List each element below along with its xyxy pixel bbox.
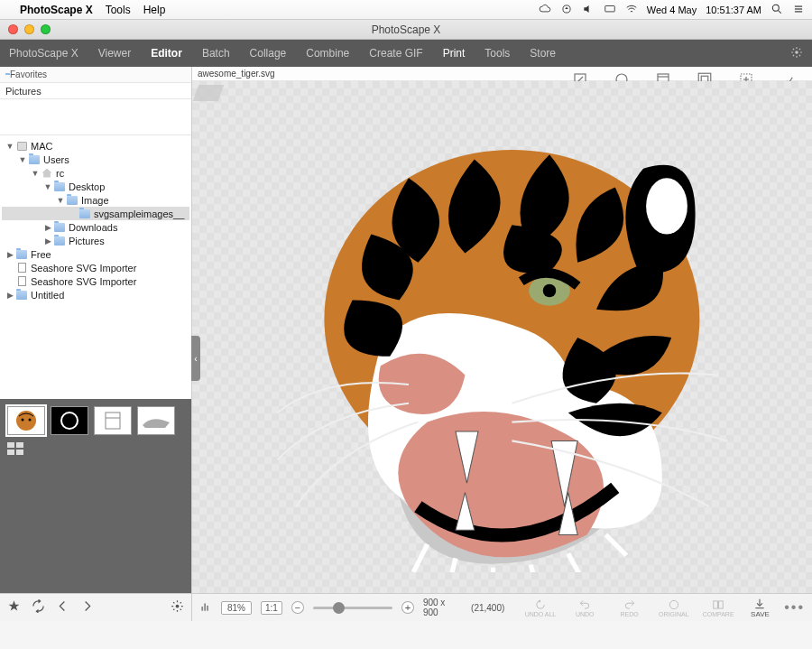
save-button[interactable]: SAVE [745, 598, 775, 618]
tab-print[interactable]: Print [443, 47, 466, 60]
svg-point-9 [22, 419, 24, 422]
tree-item-desktop[interactable]: ▼Desktop [2, 180, 189, 193]
display-icon[interactable] [604, 3, 616, 17]
svg-point-7 [795, 51, 798, 54]
tree-item-free[interactable]: ▶Free [2, 247, 189, 261]
tree-item-mac[interactable]: ▼MAC [2, 139, 189, 153]
svg-rect-32 [204, 604, 206, 611]
back-icon[interactable] [56, 599, 69, 617]
canvas-viewport[interactable] [192, 81, 812, 593]
folder-icon [15, 290, 28, 301]
chevron-down-icon[interactable]: ▼ [43, 182, 52, 191]
svg-rect-31 [201, 607, 203, 611]
extra-info-label: (21,400) [471, 603, 504, 613]
zoom-window-button[interactable] [41, 24, 51, 34]
minimize-window-button[interactable] [24, 24, 34, 34]
chevron-right-icon[interactable]: ▶ [43, 236, 52, 246]
tree-item-pictures[interactable]: ▶Pictures [2, 234, 189, 247]
dimensions-label: 900 x 900 [423, 598, 462, 617]
menubar-date[interactable]: Wed 4 May [647, 5, 697, 15]
chevron-right-icon[interactable]: ▶ [5, 291, 14, 300]
thumbnail-tiger[interactable] [7, 406, 45, 435]
main-tabs: PhotoScape X Viewer Editor Batch Collage… [0, 40, 812, 67]
sidebar-bottombar [0, 593, 191, 621]
tree-item-users[interactable]: ▼Users [2, 153, 189, 166]
forward-icon[interactable] [80, 599, 94, 617]
tree-item-seashore-svg-importer[interactable]: Seashore SVG Importer [2, 274, 189, 288]
image-preview [268, 103, 737, 572]
tree-item-downloads[interactable]: ▶Downloads [2, 220, 189, 234]
svg-point-2 [772, 5, 779, 11]
update-icon[interactable] [560, 3, 573, 17]
zoom-slider[interactable] [313, 607, 392, 609]
tab-photoscape[interactable]: PhotoScape X [9, 47, 78, 60]
zoom-in-button[interactable]: + [401, 601, 414, 614]
tab-create-gif[interactable]: Create GIF [369, 47, 422, 60]
zoom-out-button[interactable]: − [291, 601, 304, 614]
refresh-icon[interactable] [32, 599, 45, 617]
wifi-icon[interactable] [625, 3, 638, 17]
chevron-down-icon[interactable]: ▼ [18, 155, 27, 164]
spotlight-icon[interactable] [770, 3, 783, 17]
tab-collage[interactable]: Collage [250, 47, 287, 60]
tab-batch[interactable]: Batch [202, 47, 230, 60]
tree-item-rc[interactable]: ▼rc [2, 166, 189, 180]
window-titlebar: PhotoScape X [0, 20, 812, 40]
tree-item-untitled[interactable]: ▶Untitled [2, 288, 189, 301]
tab-editor[interactable]: Editor [151, 47, 182, 60]
home-icon [41, 168, 53, 179]
mac-menubar: PhotoScape X Tools Help Wed 4 May 10:51:… [0, 0, 812, 20]
volume-icon[interactable] [582, 3, 595, 17]
folder-tree: ▼MAC▼Users▼rc▼Desktop▼Imagesvgsampleimag… [0, 135, 191, 399]
collapse-sidebar-handle[interactable]: ‹ [191, 336, 200, 381]
svg-rect-36 [719, 600, 724, 607]
tree-item-seashore-svg-importer[interactable]: Seashore SVG Importer [2, 261, 189, 274]
tab-viewer[interactable]: Viewer [98, 47, 131, 60]
ratio-value[interactable]: 1:1 [261, 601, 282, 615]
window-title: PhotoScape X [0, 23, 812, 36]
current-file-name: awesome_tiger.svg [198, 69, 275, 79]
cloud-icon[interactable] [539, 3, 551, 17]
original-button[interactable]: ORIGINAL [656, 598, 691, 617]
chevron-down-icon[interactable]: ▼ [31, 169, 40, 178]
chevron-right-icon[interactable]: ▶ [5, 250, 14, 259]
gear-icon[interactable] [171, 599, 184, 617]
tab-store[interactable]: Store [530, 47, 556, 60]
favorites-header[interactable]: Favorites [0, 67, 191, 83]
tree-item-image[interactable]: ▼Image [2, 193, 189, 207]
thumbnails-panel [0, 399, 191, 593]
zoom-value[interactable]: 81% [221, 601, 252, 615]
undo-button[interactable]: UNDO [567, 598, 603, 617]
settings-gear-icon[interactable] [790, 46, 803, 61]
app-name[interactable]: PhotoScape X [20, 4, 93, 16]
chevron-down-icon[interactable]: ▼ [56, 196, 65, 205]
menu-tools[interactable]: Tools [106, 4, 131, 16]
star-icon[interactable] [7, 599, 21, 617]
tab-combine[interactable]: Combine [306, 47, 349, 60]
thumbnail-2[interactable] [51, 406, 88, 435]
compare-button[interactable]: COMPARE [700, 598, 735, 617]
menubar-time[interactable]: 10:51:37 AM [706, 5, 761, 15]
pixel-tag-icon [193, 85, 225, 101]
thumbnail-3[interactable] [94, 406, 132, 435]
tree-item-label: Seashore SVG Importer [31, 276, 136, 287]
folder-icon [53, 222, 66, 233]
menu-list-icon[interactable] [792, 3, 805, 17]
pictures-header[interactable]: Pictures [0, 83, 191, 99]
tree-item-svgsampleimages-[interactable]: svgsampleimages__ [2, 207, 189, 220]
redo-button[interactable]: REDO [612, 598, 647, 617]
tab-tools[interactable]: Tools [484, 47, 510, 60]
pictures-label: Pictures [5, 86, 42, 97]
svg-rect-35 [714, 600, 718, 607]
grid-toggle-button[interactable] [7, 442, 29, 455]
undo-all-button[interactable]: UNDO ALL [522, 598, 558, 617]
thumbnail-4[interactable] [137, 406, 175, 435]
menu-help[interactable]: Help [143, 4, 166, 16]
chevron-down-icon[interactable]: ▼ [5, 142, 14, 151]
folder-icon [78, 209, 91, 219]
close-window-button[interactable] [8, 24, 18, 34]
histogram-button[interactable] [199, 600, 212, 615]
svg-rect-33 [207, 606, 208, 611]
more-options-button[interactable]: ••• [784, 599, 805, 616]
chevron-right-icon[interactable]: ▶ [43, 223, 52, 232]
